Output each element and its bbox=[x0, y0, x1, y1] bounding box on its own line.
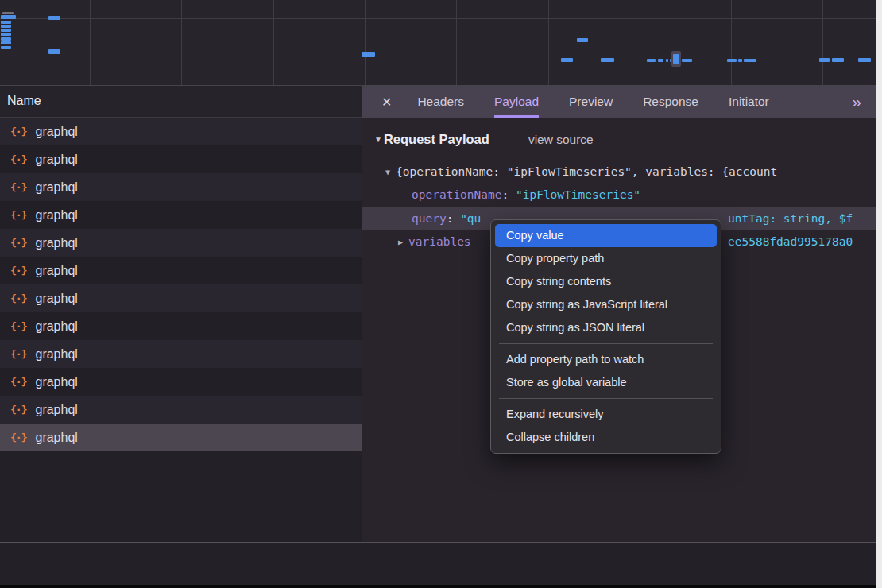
overview-gridline-vertical bbox=[90, 0, 91, 85]
overview-request-bar bbox=[601, 58, 614, 62]
menu-item-collapse-children[interactable]: Collapse children bbox=[491, 426, 721, 449]
menu-item-copy-string-as-json-literal[interactable]: Copy string as JSON literal bbox=[491, 316, 721, 339]
request-list: {·}graphql{·}graphql{·}graphql{·}graphql… bbox=[0, 118, 362, 542]
json-braces-icon: {·} bbox=[10, 153, 26, 165]
json-braces-icon: {·} bbox=[10, 376, 26, 388]
property-value-right: untTag: string, $f bbox=[728, 207, 853, 230]
overview-request-bar bbox=[666, 59, 668, 62]
request-row[interactable]: {·}graphql bbox=[0, 368, 362, 396]
request-row[interactable]: {·}graphql bbox=[0, 424, 362, 451]
menu-separator bbox=[499, 398, 713, 399]
close-icon[interactable]: ✕ bbox=[362, 86, 402, 118]
overview-request-bar bbox=[1, 29, 11, 32]
overview-gridline-vertical bbox=[273, 0, 274, 85]
overview-gridline-vertical bbox=[731, 0, 732, 85]
request-row[interactable]: {·}graphql bbox=[0, 229, 362, 257]
request-name: graphql bbox=[35, 431, 77, 445]
request-name: graphql bbox=[35, 180, 77, 195]
request-row[interactable]: {·}graphql bbox=[0, 284, 362, 312]
expander-right-icon[interactable]: ▶ bbox=[398, 230, 403, 253]
request-row[interactable]: {·}graphql bbox=[0, 340, 362, 368]
overview-gridline-vertical bbox=[456, 0, 457, 85]
payload-root-row[interactable]: ▼{operationName: "ipFlowTimeseries", var… bbox=[362, 161, 876, 184]
request-row[interactable]: {·}graphql bbox=[0, 173, 362, 201]
menu-item-store-as-global-variable[interactable]: Store as global variable bbox=[491, 371, 721, 394]
request-name: graphql bbox=[35, 264, 77, 278]
payload-preview-text: {operationName: "ipFlowTimeseries", vari… bbox=[396, 165, 777, 178]
request-payload-section: ▼ Request Payload view source bbox=[374, 132, 594, 147]
payload-row-operationname[interactable]: operationName: "ipFlowTimeseries" bbox=[362, 184, 876, 207]
more-tabs-icon[interactable]: » bbox=[852, 86, 876, 118]
overview-request-bar bbox=[577, 38, 588, 42]
menu-item-copy-string-contents[interactable]: Copy string contents bbox=[491, 270, 721, 293]
detail-tab-bar: ✕ HeadersPayloadPreviewResponseInitiator… bbox=[362, 86, 876, 118]
overview-request-bar bbox=[647, 59, 656, 62]
overview-gridline-vertical bbox=[365, 0, 366, 85]
overview-gridline-horizontal bbox=[0, 18, 876, 19]
overview-gridline-vertical bbox=[640, 0, 640, 85]
tab-payload[interactable]: Payload bbox=[494, 86, 539, 118]
tab-response[interactable]: Response bbox=[643, 86, 698, 118]
overview-request-bar bbox=[2, 12, 14, 14]
context-menu: Copy valueCopy property pathCopy string … bbox=[490, 219, 721, 454]
expander-down-icon[interactable]: ▼ bbox=[385, 161, 390, 184]
status-footer bbox=[0, 542, 876, 585]
overview-gridline-vertical bbox=[822, 0, 823, 85]
menu-separator bbox=[499, 343, 713, 344]
overview-request-bar bbox=[832, 58, 844, 62]
name-column-header[interactable]: Name bbox=[0, 86, 362, 118]
overview-request-bar bbox=[1, 41, 11, 44]
overview-request-bar bbox=[738, 59, 742, 62]
overview-request-bar bbox=[1, 46, 11, 49]
tab-headers[interactable]: Headers bbox=[417, 86, 464, 118]
tab-preview[interactable]: Preview bbox=[569, 86, 613, 118]
overview-request-bar bbox=[1, 33, 11, 36]
overview-request-bar bbox=[673, 54, 679, 64]
json-braces-icon: {·} bbox=[10, 181, 26, 193]
property-value-right: ee5588fdad995178a0 bbox=[728, 230, 853, 253]
window-edge-right bbox=[876, 0, 882, 588]
overview-request-bar bbox=[858, 58, 871, 62]
request-row[interactable]: {·}graphql bbox=[0, 118, 362, 145]
overview-request-bar bbox=[48, 16, 60, 20]
tab-initiator[interactable]: Initiator bbox=[729, 86, 769, 118]
overview-request-bar bbox=[362, 52, 375, 57]
property-value: "ipFlowTimeseries" bbox=[516, 188, 640, 201]
request-name: graphql bbox=[35, 236, 77, 250]
menu-item-copy-string-as-javascript-literal[interactable]: Copy string as JavaScript literal bbox=[491, 293, 721, 316]
network-overview[interactable] bbox=[0, 0, 876, 86]
json-braces-icon: {·} bbox=[10, 237, 26, 249]
json-braces-icon: {·} bbox=[10, 209, 26, 221]
window-edge-bottom bbox=[0, 585, 876, 588]
request-name: graphql bbox=[35, 347, 77, 362]
view-source-link[interactable]: view source bbox=[528, 133, 594, 147]
property-key: query bbox=[412, 212, 447, 225]
overview-request-bar bbox=[1, 37, 11, 41]
menu-item-copy-property-path[interactable]: Copy property path bbox=[491, 247, 721, 270]
json-braces-icon: {·} bbox=[10, 348, 26, 360]
json-braces-icon: {·} bbox=[10, 404, 26, 416]
request-row[interactable]: {·}graphql bbox=[0, 201, 362, 229]
devtools-network-panel: Name ✕ HeadersPayloadPreviewResponseInit… bbox=[0, 0, 882, 588]
request-name: graphql bbox=[35, 319, 77, 334]
json-braces-icon: {·} bbox=[10, 292, 26, 304]
json-braces-icon: {·} bbox=[10, 431, 26, 443]
section-expander-icon[interactable]: ▼ bbox=[374, 135, 382, 144]
request-name: graphql bbox=[35, 403, 77, 417]
request-name: graphql bbox=[35, 292, 77, 306]
menu-item-copy-value[interactable]: Copy value bbox=[495, 224, 717, 247]
overview-request-bar bbox=[727, 59, 737, 62]
overview-request-bar bbox=[1, 21, 11, 24]
overview-gridline-vertical bbox=[181, 0, 182, 85]
key-separator: : bbox=[447, 212, 460, 225]
request-name: graphql bbox=[35, 208, 77, 222]
menu-item-add-property-path-to-watch[interactable]: Add property path to watch bbox=[491, 348, 721, 371]
request-row[interactable]: {·}graphql bbox=[0, 396, 362, 424]
menu-item-expand-recursively[interactable]: Expand recursively bbox=[491, 403, 721, 426]
overview-request-bar bbox=[1, 15, 16, 19]
request-row[interactable]: {·}graphql bbox=[0, 257, 362, 284]
request-name: graphql bbox=[35, 153, 77, 167]
request-row[interactable]: {·}graphql bbox=[0, 312, 362, 340]
request-row[interactable]: {·}graphql bbox=[0, 145, 362, 173]
json-braces-icon: {·} bbox=[10, 126, 26, 137]
